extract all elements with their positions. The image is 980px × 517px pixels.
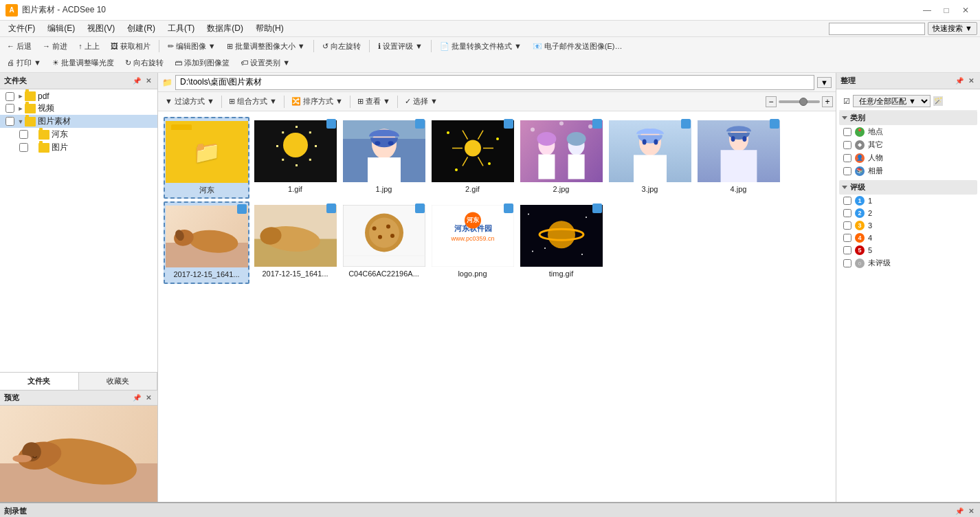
- menu-database[interactable]: 数据库(D): [201, 21, 249, 36]
- tab-folders[interactable]: 文件夹: [0, 373, 79, 390]
- file-item-timg[interactable]: timg.gif: [518, 201, 604, 283]
- tree-expand-pictures[interactable]: ▼: [16, 118, 25, 126]
- close-button[interactable]: ✕: [957, 3, 975, 17]
- rating-none-checkbox[interactable]: [843, 259, 851, 267]
- edit-image-button[interactable]: ✏ 编辑图像 ▼: [164, 40, 220, 53]
- rotate-right-button[interactable]: ↻ 向右旋转: [121, 56, 168, 69]
- tab-favorites[interactable]: 收藏夹: [79, 373, 158, 390]
- filter-match-select[interactable]: 任意/全部匹配 ▼: [853, 95, 931, 107]
- filter-wand-icon[interactable]: 🪄: [933, 96, 943, 106]
- category-album[interactable]: 📚 相册: [839, 164, 977, 177]
- ratings-title[interactable]: 评级: [839, 180, 977, 195]
- set-rating-button[interactable]: ℹ 设置评级 ▼: [374, 40, 427, 53]
- right-close-icon[interactable]: ✕: [966, 76, 976, 86]
- sort-button[interactable]: 🔀 排序方式 ▼: [287, 95, 347, 108]
- rating-4[interactable]: 4 4: [839, 232, 977, 244]
- group-button[interactable]: ⊞ 组合方式 ▼: [225, 95, 281, 108]
- file-item-2gif[interactable]: 2.gif: [430, 117, 515, 199]
- rating-2[interactable]: 2 2: [839, 207, 977, 219]
- file-item-logo[interactable]: logo.png: [430, 201, 515, 283]
- category-other[interactable]: ◆ 其它: [839, 138, 977, 151]
- menu-create[interactable]: 创建(R): [122, 21, 161, 36]
- rotate-left-button[interactable]: ↺ 向左旋转: [318, 40, 365, 53]
- tree-label-tupin: 图片: [52, 142, 68, 153]
- zoom-slider[interactable]: [779, 100, 820, 103]
- disc-pin-icon[interactable]: 📌: [955, 507, 964, 516]
- file-item-3jpg[interactable]: 3.jpg: [607, 117, 693, 199]
- menu-file[interactable]: 文件(F): [3, 21, 41, 36]
- rating-1-checkbox[interactable]: [843, 197, 851, 205]
- panel-close-icon[interactable]: ✕: [144, 76, 153, 86]
- file-item-4jpg[interactable]: 4.jpg: [695, 117, 781, 199]
- rating-3-checkbox[interactable]: [843, 221, 851, 230]
- file-item-dog1[interactable]: 2017-12-15_1641...: [164, 201, 249, 283]
- tree-checkbox-hedong[interactable]: [19, 130, 28, 139]
- menu-view[interactable]: 视图(V): [82, 21, 120, 36]
- filter-button[interactable]: ▼ 过滤方式 ▼: [161, 95, 219, 108]
- print-button[interactable]: 🖨 打印 ▼: [3, 56, 45, 69]
- batch-convert-button[interactable]: 📄 批量转换文件格式 ▼: [436, 40, 526, 53]
- categories-title[interactable]: 类别: [839, 111, 977, 125]
- set-category-button[interactable]: 🏷 设置类别 ▼: [236, 56, 294, 69]
- rating-5-checkbox[interactable]: [843, 246, 851, 254]
- forward-button[interactable]: → 前进: [38, 40, 71, 53]
- tree-item-pictures[interactable]: ▼ 图片素材: [0, 115, 157, 128]
- file-item-dog2[interactable]: 2017-12-15_1641...: [252, 201, 338, 283]
- category-person-checkbox[interactable]: [843, 154, 851, 162]
- get-photos-button[interactable]: 🖼 获取相片: [107, 40, 155, 53]
- tree-item-pdf[interactable]: ► pdf: [0, 91, 157, 102]
- file-item-hedong[interactable]: 📁 河东: [164, 117, 249, 199]
- menu-edit[interactable]: 编辑(E): [42, 21, 80, 36]
- tree-checkbox-pictures[interactable]: [5, 117, 14, 126]
- file-item-cookie[interactable]: C04C66AC22196A...: [341, 201, 427, 283]
- category-other-checkbox[interactable]: [843, 141, 851, 149]
- tree-item-hedong[interactable]: ► 河东: [0, 128, 157, 141]
- select-button[interactable]: ✓ 选择 ▼: [401, 95, 442, 108]
- view-mode-button[interactable]: ⊞ 查看 ▼: [353, 95, 394, 108]
- batch-exposure-button[interactable]: ☀ 批量调整曝光度: [48, 56, 118, 69]
- tree-checkbox-tupin[interactable]: [19, 143, 28, 152]
- category-location[interactable]: 📍 地点: [839, 125, 977, 138]
- category-location-checkbox[interactable]: [843, 128, 851, 136]
- tree-expand-video[interactable]: ►: [16, 104, 25, 113]
- rating-3[interactable]: 3 3: [839, 219, 977, 232]
- file-item-2jpg[interactable]: 2.jpg: [518, 117, 604, 199]
- preview-pin-icon[interactable]: 📌: [132, 393, 142, 403]
- quick-search-button[interactable]: 快速搜索 ▼: [928, 22, 977, 35]
- zoom-thumb[interactable]: [799, 98, 808, 106]
- file-item-1gif[interactable]: 1.gif: [252, 117, 338, 199]
- rating-5[interactable]: 5 5: [839, 244, 977, 256]
- up-button[interactable]: ↑ 上上: [74, 40, 104, 53]
- zoom-in-button[interactable]: +: [822, 96, 833, 107]
- rating-1[interactable]: 1 1: [839, 195, 977, 207]
- category-person[interactable]: 👤 人物: [839, 151, 977, 164]
- rating-4-checkbox[interactable]: [843, 234, 851, 242]
- rating-none[interactable]: ○ 未评级: [839, 256, 977, 270]
- rating-4-label: 4: [868, 234, 872, 242]
- menu-help[interactable]: 帮助(H): [250, 21, 289, 36]
- batch-resize-button[interactable]: ⊞ 批量调整图像大小 ▼: [223, 40, 309, 53]
- panel-pin-icon[interactable]: 📌: [132, 76, 142, 86]
- path-go-button[interactable]: ▼: [817, 77, 832, 88]
- minimize-button[interactable]: —: [918, 3, 936, 17]
- back-button[interactable]: ← 后退: [3, 40, 36, 53]
- email-button[interactable]: 📧 电子邮件发送图像(E)…: [528, 40, 627, 53]
- file-badge-timg: [592, 204, 602, 213]
- disc-close-icon[interactable]: ✕: [966, 507, 976, 516]
- path-input[interactable]: D:\tools\桌面\图片素材: [175, 75, 814, 90]
- preview-close-icon[interactable]: ✕: [144, 393, 153, 403]
- tree-checkbox-pdf[interactable]: [5, 92, 14, 101]
- search-input[interactable]: [829, 23, 925, 35]
- menu-tools[interactable]: 工具(T): [162, 21, 200, 36]
- tree-checkbox-video[interactable]: [5, 104, 14, 113]
- zoom-out-button[interactable]: −: [766, 96, 777, 107]
- file-item-1jpg[interactable]: 1.jpg: [341, 117, 427, 199]
- right-pin-icon[interactable]: 📌: [955, 76, 964, 86]
- add-to-basket-button[interactable]: 🗃 添加到图像篮: [170, 56, 234, 69]
- tree-item-tupin[interactable]: ► 图片: [0, 141, 157, 154]
- maximize-button[interactable]: □: [937, 3, 955, 17]
- category-album-checkbox[interactable]: [843, 167, 851, 175]
- tree-expand-pdf[interactable]: ►: [16, 92, 25, 100]
- rating-2-checkbox[interactable]: [843, 209, 851, 217]
- tree-item-video[interactable]: ► 视频: [0, 102, 157, 115]
